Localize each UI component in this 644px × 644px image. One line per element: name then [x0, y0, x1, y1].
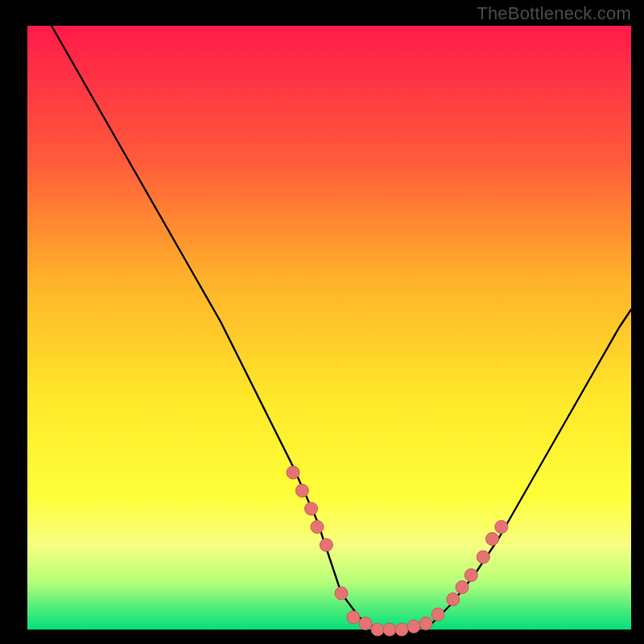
curve-marker	[371, 623, 384, 636]
curve-marker	[347, 611, 360, 624]
curve-marker	[419, 617, 432, 630]
curve-marker	[359, 617, 372, 630]
curve-marker	[383, 623, 396, 636]
curve-marker	[477, 551, 489, 564]
curve-marker	[395, 623, 408, 636]
curve-marker	[456, 581, 469, 594]
curve-marker	[295, 485, 308, 497]
watermark-text: TheBottleneck.com	[477, 3, 631, 24]
curve-marker	[447, 593, 460, 606]
curve-marker	[464, 569, 477, 582]
curve-marker	[495, 521, 508, 534]
curve-marker	[305, 502, 318, 515]
curve-marker	[311, 521, 324, 534]
curve-marker	[287, 466, 299, 479]
curve-marker	[407, 620, 420, 633]
curve-marker	[335, 587, 348, 600]
chart-container: { "watermark": "TheBottleneck.com", "col…	[0, 0, 644, 644]
curve-marker	[431, 608, 444, 621]
curve-marker	[486, 533, 499, 546]
curve-marker	[320, 539, 332, 551]
bottleneck-chart	[0, 0, 644, 644]
